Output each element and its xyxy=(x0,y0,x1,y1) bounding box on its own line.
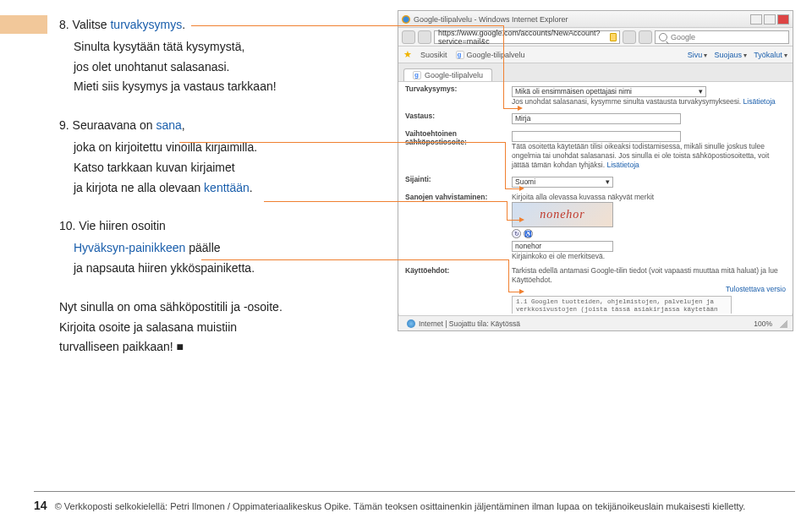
row-sijainti: Sijainti: Suomi ▾ xyxy=(398,172,793,190)
callout-line-1 xyxy=(503,108,518,109)
step-9-a: Seuraavana on xyxy=(73,118,156,132)
status-bar: Internet | Suojattu tila: Käytössä 100% xyxy=(398,315,793,330)
callout-line-4 xyxy=(508,259,509,292)
step-8-t3: . xyxy=(182,18,185,31)
row-vaihtoehtoinen: Vaihtoehtoinen sähköpostiosoite: Tätä os… xyxy=(398,127,793,172)
input-vastaus[interactable]: Mirja xyxy=(512,113,681,124)
row-terms: Käyttöehdot: Tarkista edellä antamasi Go… xyxy=(398,264,793,314)
input-vaihtoehtoinen[interactable] xyxy=(512,131,681,142)
hint-terms: Tarkista edellä antamasi Google-tilin ti… xyxy=(512,266,786,285)
callout-line-3 xyxy=(507,220,520,221)
status-zoom: 100% xyxy=(754,319,772,328)
menu-sivu[interactable]: Sivu xyxy=(688,51,708,59)
link-lisatietoja-1[interactable]: Lisätietoja xyxy=(743,97,776,106)
favicon-icon xyxy=(456,51,464,59)
callout-line-2 xyxy=(505,188,520,189)
select-sijainti-value: Suomi xyxy=(515,177,535,187)
instruction-column: 8. Valitse turvakysymys. Sinulta kysytää… xyxy=(59,15,364,376)
link-tulostettava[interactable]: Tulostettava versio xyxy=(726,285,786,293)
step-9-l3c: . xyxy=(250,181,253,194)
step-8: 8. Valitse turvakysymys. Sinulta kysytää… xyxy=(59,15,364,97)
step-8-l2: jos olet unohtanut salasanasi. xyxy=(74,57,364,78)
forward-button[interactable] xyxy=(418,30,431,44)
step-9-l1: joka on kirjoitettu vinoilla kirjaimilla… xyxy=(74,138,364,158)
stop-button[interactable] xyxy=(639,30,652,44)
tab-label: Google-tilipalvelu xyxy=(425,71,483,79)
tab-google-tilipalvelu[interactable]: Google-tilipalvelu xyxy=(403,68,492,81)
tab-bar: Google-tilipalvelu xyxy=(398,63,793,82)
hint-turvakysymys: Jos unohdat salasanasi, kysymme sinulta … xyxy=(512,97,743,106)
minimize-button[interactable] xyxy=(750,14,762,25)
maximize-button[interactable] xyxy=(764,14,776,25)
step-8-l3: Mieti siis kysymys ja vastaus tarkkaan! xyxy=(74,77,364,97)
callout-line-1 xyxy=(503,25,504,108)
step-8-keyword: turvakysymys xyxy=(110,18,182,31)
page-edge-ornament xyxy=(0,15,47,34)
refresh-button[interactable] xyxy=(623,30,636,44)
search-icon xyxy=(659,33,667,41)
search-engine-label: Google xyxy=(671,33,695,41)
step-8-num: 8. xyxy=(59,18,73,31)
resize-grip-icon xyxy=(779,319,787,328)
label-vastaus: Vastaus: xyxy=(405,112,507,124)
arrow-icon xyxy=(519,289,524,294)
outro: Nyt sinulla on oma sähköpostitili ja -os… xyxy=(59,297,364,358)
ie-icon xyxy=(402,15,410,24)
hint-captcha: Kirjoita alla olevassa kuvassa näkyvät m… xyxy=(512,193,786,202)
menu-tyokalut[interactable]: Työkalut xyxy=(754,51,787,59)
input-captcha[interactable]: nonehor xyxy=(512,241,613,252)
outro-l3: turvalliseen paikkaan! ■ xyxy=(59,337,364,358)
menu-suojaus[interactable]: Suojaus xyxy=(714,51,747,59)
url-field[interactable]: https://www.google.com/accounts/NewAccou… xyxy=(434,30,620,44)
step-8-t1: Valitse xyxy=(73,18,111,31)
favorites-label[interactable]: Suosikit xyxy=(420,51,447,59)
page-number: 14 xyxy=(34,499,47,512)
step-10-b2: päälle xyxy=(185,241,220,254)
favorites-bar: ★ Suosikit Google-tilipalvelu Sivu Suoja… xyxy=(398,46,793,63)
step-10-a: Vie hiiren osoitin xyxy=(79,219,165,232)
arrow-icon xyxy=(519,186,524,191)
hint-captcha-case: Kirjainkoko ei ole merkitsevä. xyxy=(512,252,786,261)
footer-text: © Verkkoposti selkokielellä: Petri Ilmon… xyxy=(55,501,746,511)
label-turvakysymys: Turvakysymys: xyxy=(405,85,507,106)
step-9-l3a: ja kirjota ne alla olevaan xyxy=(74,181,204,194)
callout-line-3 xyxy=(264,201,508,202)
close-button[interactable] xyxy=(777,14,789,25)
star-icon[interactable]: ★ xyxy=(403,49,412,60)
step-10: 10. Vie hiiren osoitin Hyväksyn-painikke… xyxy=(59,216,364,278)
select-turvakysymys-value: Mikä oli ensimmäisen opettajasi nimi xyxy=(515,87,632,96)
select-sijainti[interactable]: Suomi ▾ xyxy=(512,177,613,188)
step-9-c: , xyxy=(182,118,185,132)
tab-favicon-icon xyxy=(413,71,421,79)
step-9: 9. Seuraavana on sana, joka on kirjoitet… xyxy=(59,116,364,198)
outro-l2: Kirjoita osoite ja salasana muistiin xyxy=(59,318,364,338)
step-9-l2: Katso tarkkaan kuvan kirjaimet xyxy=(74,158,364,178)
status-trust: Internet | Suojattu tila: Käytössä xyxy=(419,319,520,328)
step-10-c: ja napsauta hiiren ykköspainiketta. xyxy=(74,259,364,279)
label-vaihtoehtoinen: Vaihtoehtoinen sähköpostiosoite: xyxy=(405,129,507,170)
arrow-icon xyxy=(518,106,523,111)
window-title: Google-tilipalvelu - Windows Internet Ex… xyxy=(414,15,568,24)
step-9-l3b: kenttään xyxy=(204,181,250,194)
captcha-word: nonehor xyxy=(540,207,585,222)
label-terms: Käyttöehdot: xyxy=(405,266,507,314)
step-8-l1: Sinulta kysytään tätä kysymystä, xyxy=(74,37,364,57)
callout-line-4 xyxy=(508,292,520,292)
step-10-num: 10. xyxy=(59,219,79,232)
favorites-item[interactable]: Google-tilipalvelu xyxy=(467,51,525,59)
row-vastaus: Vastaus: Mirja xyxy=(398,109,793,127)
callout-line-2 xyxy=(505,142,506,188)
globe-icon xyxy=(407,319,415,328)
link-lisatietoja-2[interactable]: Lisätietoja xyxy=(606,161,639,169)
page-content: Turvakysymys: Mikä oli ensimmäisen opett… xyxy=(398,82,793,314)
arrow-icon xyxy=(519,217,524,222)
captcha-accessibility-icon[interactable]: ♿ xyxy=(524,229,533,238)
terms-box[interactable]: 1.1 Googlen tuotteiden, ohjelmistojen, p… xyxy=(512,296,732,314)
callout-line-1 xyxy=(191,25,504,26)
select-turvakysymys[interactable]: Mikä oli ensimmäisen opettajasi nimi ▾ xyxy=(512,86,706,97)
captcha-refresh-icon[interactable]: ↻ xyxy=(512,229,521,238)
back-button[interactable] xyxy=(402,30,415,44)
page-footer: 14 © Verkkoposti selkokielellä: Petri Il… xyxy=(34,491,795,512)
search-field[interactable]: Google xyxy=(655,30,789,44)
chevron-down-icon: ▾ xyxy=(699,87,703,96)
